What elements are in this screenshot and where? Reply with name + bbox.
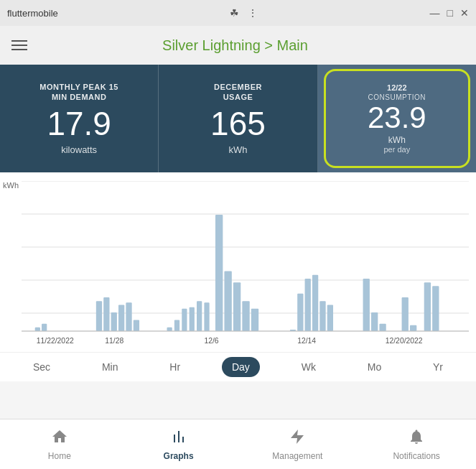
nav-graphs-label: Graphs — [164, 451, 194, 461]
minimize-button[interactable]: — — [430, 7, 440, 19]
nav-management[interactable]: Management — [238, 419, 358, 469]
svg-rect-14 — [96, 301, 102, 331]
svg-rect-32 — [297, 294, 303, 331]
app-name: fluttermobile — [7, 8, 58, 19]
time-btn-day[interactable]: Day — [222, 357, 260, 377]
consumption-date: 12/22 — [387, 83, 407, 92]
time-btn-sec[interactable]: Sec — [23, 357, 60, 377]
svg-text:11/22/2022: 11/22/2022 — [37, 337, 74, 345]
svg-rect-37 — [363, 279, 370, 331]
svg-rect-22 — [182, 309, 187, 331]
svg-rect-18 — [126, 302, 131, 331]
nav-notifications-label: Notifications — [393, 451, 439, 461]
svg-rect-24 — [197, 301, 202, 331]
puzzle-icon[interactable]: ☘ — [230, 7, 239, 19]
svg-rect-16 — [111, 312, 117, 331]
consumption-stat: 12/22 CONSUMPTION 23.9 kWh per day — [318, 65, 476, 172]
peak-demand-label: MONTHLY PEAK 15MIN DEMAND — [39, 82, 118, 103]
svg-rect-13 — [42, 324, 47, 331]
chart-container: kWh 53 43 32 21 11 0.00 — [0, 172, 476, 352]
svg-rect-30 — [251, 309, 258, 331]
svg-rect-21 — [174, 320, 179, 331]
title-bar: fluttermobile ☘ ⋮ — □ ✕ — [0, 0, 476, 26]
svg-rect-25 — [204, 302, 209, 331]
stats-bar: MONTHLY PEAK 15MIN DEMAND 17.9 kilowatts… — [0, 65, 476, 172]
page-title: Silver Lightning > Main — [162, 37, 308, 54]
svg-rect-40 — [402, 297, 409, 331]
time-btn-mo[interactable]: Mo — [358, 357, 391, 377]
svg-rect-27 — [224, 271, 231, 331]
consumption-perday: per day — [383, 145, 410, 154]
hamburger-menu[interactable] — [11, 40, 27, 50]
svg-rect-33 — [305, 279, 311, 331]
peak-demand-value: 17.9 — [47, 106, 111, 142]
svg-rect-12 — [35, 328, 40, 331]
time-btn-min[interactable]: Min — [92, 357, 129, 377]
nav-graphs[interactable]: Graphs — [119, 419, 238, 469]
december-usage-value: 165 — [210, 106, 266, 142]
app-header: Silver Lightning > Main — [0, 26, 476, 65]
time-btn-yr[interactable]: Yr — [423, 357, 453, 377]
svg-rect-36 — [327, 305, 333, 332]
nav-notifications[interactable]: Notifications — [357, 419, 476, 469]
svg-rect-20 — [167, 328, 172, 331]
svg-rect-23 — [190, 307, 195, 331]
svg-text:12/6: 12/6 — [204, 337, 218, 345]
title-bar-icons: ☘ ⋮ — [230, 7, 258, 19]
svg-rect-17 — [118, 305, 124, 332]
december-usage-stat: DECEMBERUSAGE 165 kWh — [159, 65, 317, 172]
svg-rect-42 — [424, 282, 431, 331]
svg-rect-41 — [410, 325, 416, 331]
svg-rect-19 — [134, 320, 139, 331]
december-usage-unit: kWh — [228, 144, 247, 155]
home-icon — [51, 428, 68, 450]
svg-rect-39 — [379, 324, 386, 331]
svg-rect-28 — [233, 282, 241, 331]
nav-management-label: Management — [272, 451, 322, 461]
peak-demand-stat: MONTHLY PEAK 15MIN DEMAND 17.9 kilowatts — [0, 65, 159, 172]
svg-text:11/28: 11/28 — [105, 337, 123, 345]
lightning-icon — [289, 428, 306, 450]
consumption-bubble: 12/22 CONSUMPTION 23.9 kWh per day — [324, 69, 470, 168]
bar-chart: 53 43 32 21 11 0.00 — [22, 181, 469, 346]
bottom-nav: Home Graphs Management Notifications — [0, 419, 476, 469]
time-selector: Sec Min Hr Day Wk Mo Yr — [0, 352, 476, 381]
bell-icon — [408, 428, 425, 450]
bar-chart-icon — [170, 428, 187, 450]
svg-rect-29 — [242, 301, 249, 331]
svg-rect-34 — [312, 275, 318, 331]
maximize-button[interactable]: □ — [447, 7, 453, 19]
december-usage-label: DECEMBERUSAGE — [214, 82, 262, 103]
svg-rect-26 — [215, 215, 223, 331]
y-axis-label: kWh — [3, 181, 19, 190]
more-vert-icon[interactable]: ⋮ — [248, 7, 258, 19]
svg-text:12/20/2022: 12/20/2022 — [386, 337, 423, 345]
nav-home-label: Home — [48, 451, 71, 461]
time-btn-hr[interactable]: Hr — [159, 357, 190, 377]
peak-demand-unit: kilowatts — [61, 144, 97, 155]
time-btn-wk[interactable]: Wk — [291, 357, 326, 377]
svg-rect-35 — [319, 301, 325, 331]
svg-text:12/14: 12/14 — [297, 337, 316, 345]
svg-rect-15 — [103, 297, 109, 331]
nav-home[interactable]: Home — [0, 419, 119, 469]
consumption-unit: kWh — [388, 135, 406, 145]
close-button[interactable]: ✕ — [460, 7, 469, 19]
window-controls: — □ ✕ — [430, 7, 469, 19]
consumption-value: 23.9 — [368, 101, 426, 134]
svg-rect-43 — [432, 286, 439, 331]
svg-rect-38 — [371, 312, 378, 331]
